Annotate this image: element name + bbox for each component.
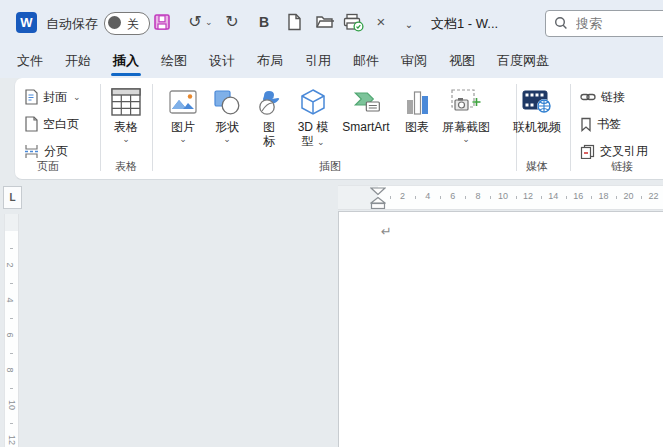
search-box[interactable] [545,10,663,37]
chart-button[interactable]: 图表 [404,84,430,134]
bookmark-button[interactable]: 书签 [580,113,621,135]
vertical-ruler[interactable]: 24681012 [4,214,19,447]
tab-references[interactable]: 引用 [294,45,342,78]
3d-model-cube-icon [299,88,327,116]
qat-more-icon[interactable]: ⌄ [398,14,420,36]
document-title: 文档1 - W... [431,15,498,33]
cross-reference-icon [580,144,595,159]
chevron-down-icon: ⌄ [213,134,241,144]
tab-layout[interactable]: 布局 [246,45,294,78]
icons-duck-icon [254,88,284,116]
cover-page-icon [24,89,38,105]
tab-mailings[interactable]: 邮件 [342,45,390,78]
3d-models-button[interactable]: 3D 模型 ⌄ [293,84,333,148]
group-label-links: 链接 [611,159,633,174]
horizontal-ruler[interactable]: 246810121416182022 [338,185,663,210]
paragraph-mark: ↵ [381,224,392,239]
chart-icon [404,88,430,116]
tab-stop-selector[interactable]: L [3,186,22,209]
tab-baidu-netdisk[interactable]: 百度网盘 [486,45,560,78]
bold-icon[interactable]: B [253,11,275,33]
page-break-icon [24,144,39,159]
group-label-tables: 表格 [115,159,137,174]
hanging-indent-marker[interactable] [370,197,386,209]
tab-home[interactable]: 开始 [54,45,102,78]
tab-view[interactable]: 视图 [438,45,486,78]
pictures-icon [169,90,197,114]
autosave-state: 关 [127,16,139,33]
group-separator [100,84,101,171]
group-separator [152,84,153,171]
chevron-down-icon: ⌄ [169,134,197,144]
toggle-knob [108,16,121,29]
close-icon[interactable]: × [370,11,392,33]
search-input[interactable] [574,12,663,35]
ruler-margin-area [5,214,18,231]
ribbon-tab-bar: 文件 开始 插入 绘图 设计 布局 引用 邮件 审阅 视图 百度网盘 [0,45,663,78]
redo-icon[interactable]: ↻ [221,11,243,33]
chevron-down-icon: ⌄ [317,137,325,147]
word-logo: W [16,12,37,33]
table-icon [111,88,141,116]
smartart-icon [351,89,381,115]
cover-page-button[interactable]: 封面 ⌄ [24,86,81,108]
blank-page-icon [24,116,38,132]
online-video-button[interactable]: 联机视频 [513,84,561,134]
title-bar: W 自动保存 关 ↺ ⌄ ↻ B × ⌄ 文档1 - W... [0,0,663,45]
group-label-illustrations: 插图 [319,159,341,174]
autosave-label: 自动保存 [46,15,98,33]
blank-page-button[interactable]: 空白页 [24,113,79,135]
smartart-button[interactable]: SmartArt [342,84,389,134]
ribbon-insert-content: 封面 ⌄ 空白页 分页 页面 表格 ⌄ 表格 图片 ⌄ 形状 ⌄ 图标 3D 模… [0,78,663,179]
shapes-icon [213,89,241,115]
chevron-down-icon: ⌄ [442,134,490,144]
icons-button[interactable]: 图标 [254,84,284,148]
tab-draw[interactable]: 绘图 [150,45,198,78]
table-button[interactable]: 表格 ⌄ [111,84,141,144]
bookmark-icon [580,117,592,132]
screenshot-button[interactable]: 屏幕截图 ⌄ [442,84,490,144]
tab-design[interactable]: 设计 [198,45,246,78]
active-tab-underline [111,73,141,76]
screenshot-icon [450,88,482,116]
shapes-button[interactable]: 形状 ⌄ [213,84,241,144]
group-label-media: 媒体 [526,159,548,174]
online-video-icon [521,88,553,116]
undo-dropdown-icon[interactable]: ⌄ [205,17,213,27]
tab-insert[interactable]: 插入 [102,45,150,78]
group-label-pages: 页面 [37,159,59,174]
pictures-button[interactable]: 图片 ⌄ [169,84,197,144]
tab-file[interactable]: 文件 [6,45,54,78]
link-button[interactable]: 链接 [580,86,625,108]
chevron-down-icon: ⌄ [111,134,141,144]
group-separator [570,84,571,171]
chevron-down-icon: ⌄ [73,92,81,102]
tab-review[interactable]: 审阅 [390,45,438,78]
first-line-indent-marker[interactable] [370,187,386,195]
search-icon [554,16,568,30]
document-page[interactable]: ↵ [338,211,663,447]
undo-icon[interactable]: ↺ [184,11,206,33]
link-icon [580,90,596,104]
autosave-toggle[interactable]: 关 [104,12,150,35]
